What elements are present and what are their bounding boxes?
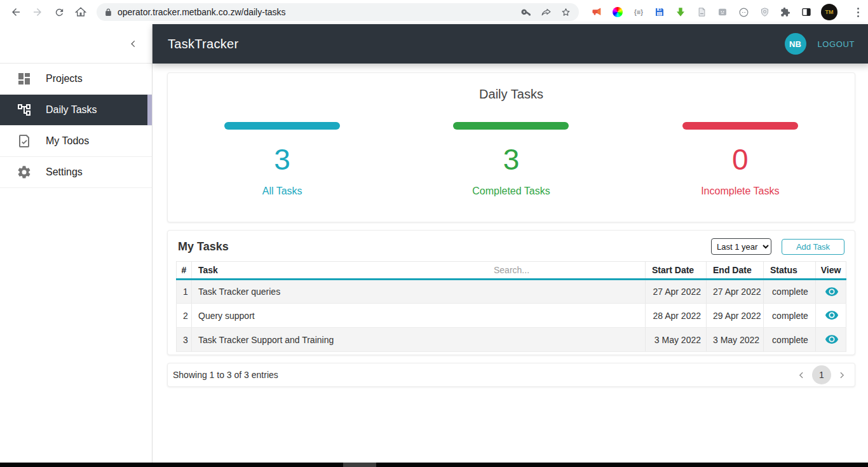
user-avatar[interactable]: NB (785, 33, 806, 55)
logout-button[interactable]: LOGOUT (818, 39, 855, 49)
extensions-row: {≡} TM (590, 4, 863, 20)
browser-profile-avatar[interactable]: TM (821, 4, 837, 20)
home-icon (75, 6, 86, 18)
view-task-button[interactable] (824, 283, 840, 300)
stat-value: 3 (274, 145, 290, 174)
date-range-select[interactable]: Last 1 year (711, 238, 771, 255)
column-header-task[interactable]: Task (198, 265, 218, 275)
start-date-cell: 3 May 2022 (646, 328, 707, 352)
table-row: 1 Task Tracker queries 27 Apr 2022 27 Ap… (177, 280, 846, 304)
download-arrow-extension-icon[interactable] (674, 6, 687, 18)
task-name-cell: Task Tracker Support and Training (192, 328, 646, 352)
stat-color-bar (224, 122, 340, 130)
column-header-start-date[interactable]: Start Date (646, 262, 707, 280)
row-number: 1 (177, 280, 192, 304)
braces-extension-icon[interactable]: {≡} (632, 6, 645, 18)
document-extension-icon[interactable] (695, 6, 708, 18)
bottom-edge-bar (0, 463, 868, 467)
dashboard-icon (17, 71, 32, 86)
task-name-cell: Query support (192, 304, 646, 328)
back-button[interactable] (5, 1, 27, 23)
card-face-extension-icon[interactable] (716, 6, 729, 18)
split-screen-extension-icon[interactable] (800, 6, 813, 18)
column-header-view[interactable]: View (816, 262, 846, 280)
column-header-end-date[interactable]: End Date (707, 262, 764, 280)
gear-icon (17, 165, 32, 180)
tasks-table: # Task Start Date End Date Status View (176, 261, 846, 352)
add-task-button[interactable]: Add Task (782, 239, 844, 255)
puzzle-extensions-icon[interactable] (779, 6, 792, 18)
url-text: operator.tracker.metbank.co.zw/daily-tas… (118, 7, 286, 17)
my-tasks-card: My Tasks Last 1 year Add Task (167, 230, 855, 355)
reload-icon (54, 7, 65, 18)
sidebar-collapse-button[interactable] (129, 39, 138, 48)
todo-check-icon (17, 133, 32, 149)
address-bar[interactable]: operator.tracker.metbank.co.zw/daily-tas… (97, 3, 579, 21)
stat-value: 3 (503, 145, 520, 174)
sidebar-item-label: Projects (46, 73, 83, 85)
sidebar-item-label: Daily Tasks (46, 104, 97, 116)
active-item-strip (147, 95, 152, 125)
stat-label: All Tasks (262, 186, 302, 197)
stat-label: Incomplete Tasks (701, 186, 779, 197)
sidebar-item-daily-tasks[interactable]: Daily Tasks (0, 95, 152, 126)
stat-all-tasks: 3 All Tasks (168, 122, 397, 197)
forward-icon (32, 6, 43, 18)
password-key-icon[interactable] (521, 7, 532, 18)
view-task-button[interactable] (824, 331, 840, 348)
table-row: 3 Task Tracker Support and Training 3 Ma… (177, 328, 846, 352)
table-search-input[interactable] (494, 265, 576, 275)
status-badge: complete (764, 280, 816, 304)
start-date-cell: 27 Apr 2022 (646, 280, 707, 304)
bottom-edge-segment (343, 463, 376, 467)
table-header-row: # Task Start Date End Date Status View (177, 262, 846, 280)
browser-menu-icon[interactable] (853, 8, 863, 17)
save-floppy-extension-icon[interactable] (653, 6, 666, 18)
home-button[interactable] (70, 1, 92, 23)
chevron-right-icon (837, 371, 846, 379)
shield-extension-icon[interactable] (758, 6, 771, 18)
status-badge: complete (764, 328, 816, 352)
current-page-button[interactable]: 1 (812, 365, 831, 384)
column-header-status[interactable]: Status (764, 262, 816, 280)
table-row: 2 Query support 28 Apr 2022 29 Apr 2022 … (177, 304, 846, 328)
bookmark-star-icon[interactable] (560, 7, 571, 18)
end-date-cell: 27 Apr 2022 (707, 280, 764, 304)
sidebar-item-settings[interactable]: Settings (0, 157, 152, 188)
circle-dash-extension-icon[interactable] (737, 6, 750, 18)
end-date-cell: 3 May 2022 (707, 328, 764, 352)
previous-page-button[interactable] (796, 370, 807, 381)
share-icon[interactable] (541, 7, 552, 18)
sidebar-item-my-todos[interactable]: My Todos (0, 126, 152, 157)
stat-label: Completed Tasks (472, 186, 550, 197)
summary-title: Daily Tasks (168, 87, 855, 102)
app-header: TaskTracker NB LOGOUT (153, 24, 868, 64)
row-number: 2 (177, 304, 192, 328)
account-tree-icon (17, 102, 32, 118)
browser-toolbar: operator.tracker.metbank.co.zw/daily-tas… (0, 0, 868, 24)
sidebar-item-label: My Todos (46, 135, 89, 147)
column-header-num[interactable]: # (177, 262, 192, 280)
back-icon (10, 6, 22, 18)
forward-button[interactable] (27, 1, 48, 23)
stat-completed-tasks: 3 Completed Tasks (397, 122, 625, 197)
eye-icon (825, 285, 839, 299)
eye-icon (825, 332, 839, 346)
megaphone-extension-icon[interactable] (590, 6, 603, 18)
sidebar: Projects Daily Tasks My Todos Settings (0, 24, 153, 463)
end-date-cell: 29 Apr 2022 (707, 304, 764, 328)
table-footer-bar: Showing 1 to 3 of 3 entries 1 (167, 363, 855, 387)
sidebar-item-projects[interactable]: Projects (0, 64, 152, 95)
reload-button[interactable] (48, 1, 70, 23)
next-page-button[interactable] (836, 370, 847, 381)
row-number: 3 (177, 328, 192, 352)
pagination: 1 (796, 365, 847, 384)
chevron-left-icon (797, 371, 806, 379)
my-tasks-title: My Tasks (178, 240, 229, 254)
view-task-button[interactable] (824, 307, 840, 323)
color-wheel-extension-icon[interactable] (611, 6, 624, 18)
lock-icon (104, 8, 112, 17)
sidebar-item-label: Settings (46, 166, 83, 178)
eye-icon (825, 308, 839, 322)
stat-incomplete-tasks: 0 Incomplete Tasks (626, 122, 855, 197)
